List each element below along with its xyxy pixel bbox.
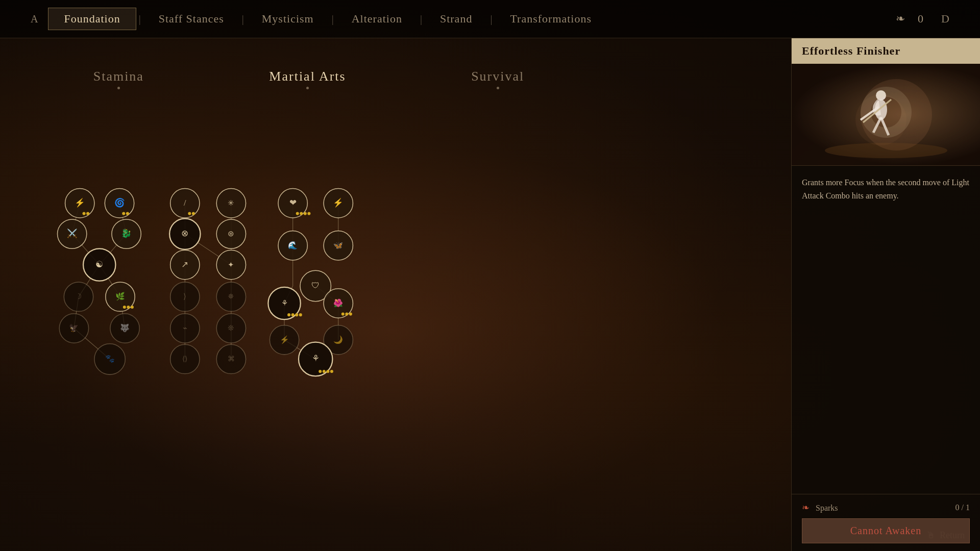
tab-foundation[interactable]: Foundation [48,8,136,30]
detail-title: Effortless Finisher [792,38,980,64]
svg-point-6 [122,212,125,215]
tab-strand[interactable]: Strand [425,12,487,26]
svg-text:🌿: 🌿 [115,292,125,301]
svg-text:⟨⟩: ⟨⟩ [182,355,187,363]
svg-point-86 [326,370,329,373]
stamina-node-2[interactable]: 🌀 [105,189,134,218]
ma-node-6[interactable]: ✦ [216,250,246,279]
svg-point-7 [126,212,129,215]
surv-node-2[interactable]: ⚡ [324,189,353,218]
detail-description: Grants more Focus when the second move o… [792,166,980,494]
svg-text:✵: ✵ [228,292,234,300]
svg-text:❊: ❊ [228,324,234,332]
svg-text:⚡: ⚡ [75,197,85,208]
svg-text:⌁: ⌁ [183,324,187,332]
sparks-label-group: ❧ Sparks [802,502,838,513]
svg-point-5 [86,212,89,215]
ma-node-4[interactable]: ⊛ [216,219,246,248]
svg-text:🦋: 🦋 [333,241,343,250]
svg-text:🌊: 🌊 [288,241,298,250]
svg-point-87 [330,370,333,373]
skill-tree-svg: ⚡ 🌀 ⚔️ 🐉 [0,38,597,551]
stamina-node-8[interactable]: 🦅 [59,314,88,343]
stamina-node-10[interactable]: 🐾 [94,344,125,374]
cannot-awaken-button[interactable]: Cannot Awaken [802,518,970,543]
sparks-label: Sparks [816,504,838,512]
stamina-node-3[interactable]: ⚔️ [57,219,86,248]
ma-node-7[interactable]: ⟩ [170,282,200,311]
svg-text:✦: ✦ [228,261,234,269]
detail-scene-svg [815,69,958,161]
svg-point-56 [300,212,303,215]
ma-node-2[interactable]: ✳ [216,189,246,218]
svg-text:/: / [184,198,186,208]
svg-point-76 [345,313,348,316]
surv-node-4[interactable]: 🦋 [324,231,353,260]
svg-text:☽: ☽ [75,292,82,300]
svg-point-77 [349,313,352,316]
svg-point-71 [295,313,298,316]
svg-point-57 [304,212,307,215]
detail-panel: Effortless Finisher [791,38,980,551]
ma-node-11[interactable]: ⟨⟩ [170,344,200,373]
main-content: Stamina Martial Arts Survival [0,38,980,551]
svg-point-85 [323,370,326,373]
navbar: A Foundation | Staff Stances | Mysticism… [0,0,980,38]
ma-node-5[interactable]: ↗ [170,250,200,279]
svg-point-58 [307,212,310,215]
svg-text:⚡: ⚡ [280,335,289,344]
surv-node-3[interactable]: 🌊 [278,231,307,260]
tab-mysticism[interactable]: Mysticism [247,12,329,26]
nav-left-button[interactable]: A [31,13,38,25]
svg-point-84 [318,370,322,373]
stamina-node-7[interactable]: 🌿 [106,282,135,311]
tab-transformations[interactable]: Transformations [495,12,607,26]
svg-text:🐾: 🐾 [105,354,115,363]
ma-node-9[interactable]: ⌁ [170,314,200,343]
sparks-row: ❧ Sparks 0 / 1 [802,502,970,513]
surv-node-1[interactable]: ❤ [278,189,307,218]
sparks-icon: ❧ [802,503,810,513]
currency-display: ❧ 0 D [896,12,949,26]
svg-point-18 [123,306,126,309]
currency-count: 0 [918,12,923,26]
nav-sep-3: | [329,13,336,25]
stamina-node-5[interactable]: ☯ [83,248,115,281]
ma-node-8[interactable]: ✵ [216,282,246,311]
ma-node-3[interactable]: ⊗ [169,218,200,249]
stamina-dots-7 [123,306,134,309]
svg-text:✳: ✳ [228,199,234,207]
svg-text:🌀: 🌀 [114,197,125,208]
ma-node-1[interactable]: / [170,189,200,218]
svg-text:🌙: 🌙 [333,335,343,344]
svg-point-4 [83,212,86,215]
svg-point-29 [188,212,191,215]
ma-node-10[interactable]: ❊ [216,314,246,343]
svg-text:☯: ☯ [95,260,103,269]
tab-staff-stances[interactable]: Staff Stances [143,12,239,26]
svg-text:⊛: ⊛ [228,230,234,238]
svg-text:🌺: 🌺 [333,298,343,308]
svg-point-72 [299,313,302,316]
svg-text:⌘: ⌘ [228,355,235,363]
svg-point-55 [296,212,299,215]
stamina-node-4[interactable]: 🐉 [112,219,141,248]
nav-sep-4: | [418,13,425,25]
svg-text:🛡: 🛡 [311,281,320,290]
svg-text:🦅: 🦅 [69,323,79,333]
ma-node-12[interactable]: ⌘ [216,344,246,373]
detail-footer: ❧ Sparks 0 / 1 Cannot Awaken [792,494,980,551]
svg-point-20 [131,306,134,309]
nav-right-button[interactable]: D [941,12,949,26]
svg-point-19 [127,306,130,309]
svg-text:↗: ↗ [181,260,188,269]
nav-sep-2: | [239,13,247,25]
surv-node-7[interactable]: 🌺 [324,289,353,318]
stamina-node-9[interactable]: 🐺 [110,314,139,343]
svg-text:❤: ❤ [289,198,297,208]
stamina-node-6[interactable]: ☽ [64,282,93,311]
svg-text:⚘: ⚘ [312,354,320,363]
surv-node-8[interactable]: ⚡ [270,325,299,355]
tab-alteration[interactable]: Alteration [336,12,418,26]
stamina-node-1[interactable]: ⚡ [65,189,94,218]
